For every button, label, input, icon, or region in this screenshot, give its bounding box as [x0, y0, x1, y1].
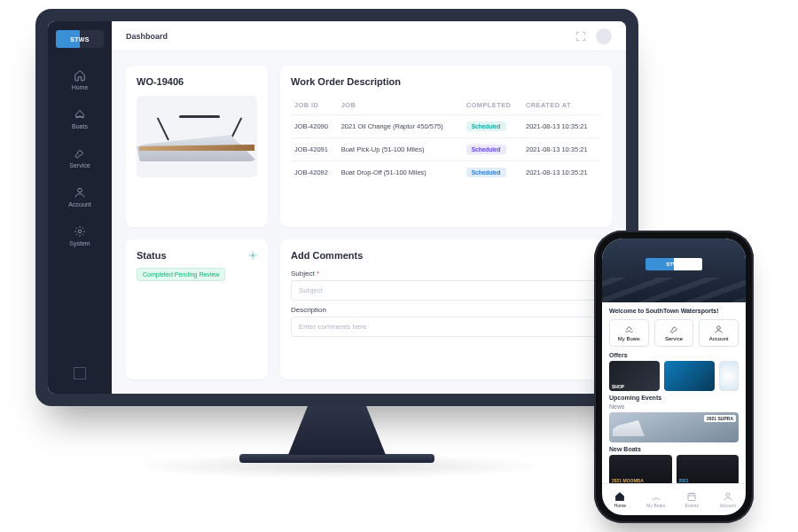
quick-actions: My Boats Service Account: [609, 319, 739, 347]
service-button[interactable]: Service: [654, 319, 694, 347]
button-label: My Boats: [618, 336, 640, 341]
newboats-heading: New Boats: [609, 446, 739, 452]
tab-home[interactable]: Home: [602, 484, 638, 515]
home-icon: [74, 69, 86, 82]
work-order-description-card: Work Order Description JOB ID JOB COMPLE…: [280, 66, 612, 227]
sidebar-collapse-icon[interactable]: [74, 367, 86, 379]
cell-status: Scheduled: [463, 115, 522, 138]
newboat-tile[interactable]: 2021: [677, 455, 739, 483]
work-order-id: WO-19406: [137, 76, 257, 87]
boat-icon: [74, 108, 86, 121]
desktop-monitor: STWS Home Boats Service Account: [35, 9, 638, 463]
description-input[interactable]: [291, 317, 601, 337]
button-label: Account: [709, 336, 729, 341]
boat-image: [137, 96, 257, 177]
subject-input[interactable]: [291, 280, 601, 301]
sidebar-item-account[interactable]: Account: [48, 177, 112, 216]
brand-logo[interactable]: STWS: [56, 30, 104, 48]
offer-tile[interactable]: [664, 361, 715, 391]
cell-status: Scheduled: [463, 161, 522, 184]
svg-point-0: [78, 188, 82, 192]
content-grid: WO-19406 Work Order Description: [112, 51, 626, 394]
svg-point-1: [78, 230, 82, 233]
newboat-tile[interactable]: 2021 MOOMBA: [609, 455, 672, 483]
sidebar-item-home[interactable]: Home: [48, 60, 112, 99]
offers-row: SHOP: [609, 361, 739, 391]
events-heading: Upcoming Events: [609, 395, 739, 401]
mobile-header: STWS: [602, 239, 746, 302]
mobile-body: Welcome to SouthTown Watersports! My Boa…: [602, 302, 746, 483]
sidebar-item-label: Account: [68, 201, 90, 207]
sidebar-item-system[interactable]: System: [48, 216, 112, 255]
monitor-stand: [288, 406, 386, 455]
tab-events[interactable]: Events: [674, 484, 710, 515]
welcome-text: Welcome to SouthTown Watersports!: [609, 308, 739, 314]
col-job-id: JOB ID: [291, 96, 338, 115]
cell-created: 2021-08-13 10:35:21: [522, 115, 601, 138]
col-created: CREATED AT: [522, 96, 601, 115]
topbar: Dashboard: [112, 21, 626, 51]
cell-job: 2021 Oil Change (Raptor 450/575): [338, 115, 463, 138]
sidebar-item-service[interactable]: Service: [48, 138, 112, 177]
section-title: Add Comments: [291, 250, 601, 261]
app-window: STWS Home Boats Service Account: [48, 21, 626, 394]
cell-job-id: JOB-42090: [291, 115, 338, 138]
offers-heading: Offers: [609, 352, 739, 358]
svg-point-3: [717, 326, 721, 330]
page-title: Dashboard: [126, 32, 168, 41]
status-card: Status Completed Pending Review: [126, 239, 268, 380]
sidebar-item-boats[interactable]: Boats: [48, 99, 112, 138]
cell-status: Scheduled: [463, 138, 522, 161]
svg-rect-4: [688, 494, 695, 501]
subject-label: Subject *: [291, 270, 601, 278]
phone-screen: STWS Welcome to SouthTown Watersports! M…: [602, 239, 746, 515]
avatar[interactable]: [596, 28, 612, 44]
sidebar: STWS Home Boats Service Account: [48, 21, 112, 394]
cell-created: 2021-08-13 10:35:21: [522, 138, 601, 161]
mobile-phone: STWS Welcome to SouthTown Watersports! M…: [594, 231, 754, 523]
sidebar-item-label: Home: [72, 84, 89, 90]
mobile-tabbar: Home My Boats Events Account: [602, 483, 746, 515]
tab-label: Account: [720, 503, 736, 508]
mobile-brand-logo: STWS: [645, 258, 702, 270]
cell-job-id: JOB-42092: [291, 161, 338, 184]
add-comments-card: Add Comments Subject * Description: [280, 239, 612, 380]
col-completed: COMPLETED: [463, 96, 522, 115]
work-order-card: WO-19406: [126, 66, 268, 227]
cell-created: 2021-08-13 10:35:21: [522, 161, 601, 184]
wrench-icon: [74, 147, 86, 160]
sidebar-item-label: Service: [69, 162, 90, 168]
events-row: 2021 SUPRA: [609, 412, 739, 442]
news-heading: News: [609, 403, 739, 410]
status-badge: Completed Pending Review: [137, 268, 225, 281]
expand-icon[interactable]: [575, 30, 587, 43]
cell-job: Boat Drop-Off (51-100 Miles): [338, 161, 463, 184]
my-boats-button[interactable]: My Boats: [609, 319, 649, 347]
status-title: Status: [137, 250, 167, 261]
jobs-table: JOB ID JOB COMPLETED CREATED AT JOB-4209…: [291, 96, 601, 184]
section-title: Work Order Description: [291, 76, 601, 87]
table-row[interactable]: JOB-42091Boat Pick-Up (51-100 Miles)Sche…: [291, 138, 601, 161]
gear-icon: [74, 225, 86, 238]
account-button[interactable]: Account: [699, 319, 739, 347]
svg-point-5: [726, 493, 730, 497]
sidebar-item-label: System: [69, 240, 90, 246]
tab-label: Events: [685, 503, 699, 508]
tab-account[interactable]: Account: [710, 484, 747, 515]
offer-tile[interactable]: [719, 361, 739, 391]
cell-job: Boat Pick-Up (51-100 Miles): [338, 138, 463, 161]
monitor-shadow: [124, 454, 550, 479]
tab-label: My Boats: [646, 503, 665, 508]
newboats-row: 2021 MOOMBA 2021: [609, 455, 739, 483]
event-tile[interactable]: 2021 SUPRA: [609, 412, 739, 442]
status-settings-icon[interactable]: [248, 251, 257, 260]
tab-my-boats[interactable]: My Boats: [638, 484, 675, 515]
description-label: Description: [291, 306, 601, 314]
sidebar-item-label: Boats: [72, 123, 88, 129]
user-icon: [74, 186, 86, 199]
tab-label: Home: [614, 503, 626, 508]
table-row[interactable]: JOB-420902021 Oil Change (Raptor 450/575…: [291, 115, 601, 138]
table-row[interactable]: JOB-42092Boat Drop-Off (51-100 Miles)Sch…: [291, 161, 601, 184]
event-year-badge: 2021 SUPRA: [704, 415, 736, 422]
offer-tile[interactable]: SHOP: [609, 361, 660, 391]
